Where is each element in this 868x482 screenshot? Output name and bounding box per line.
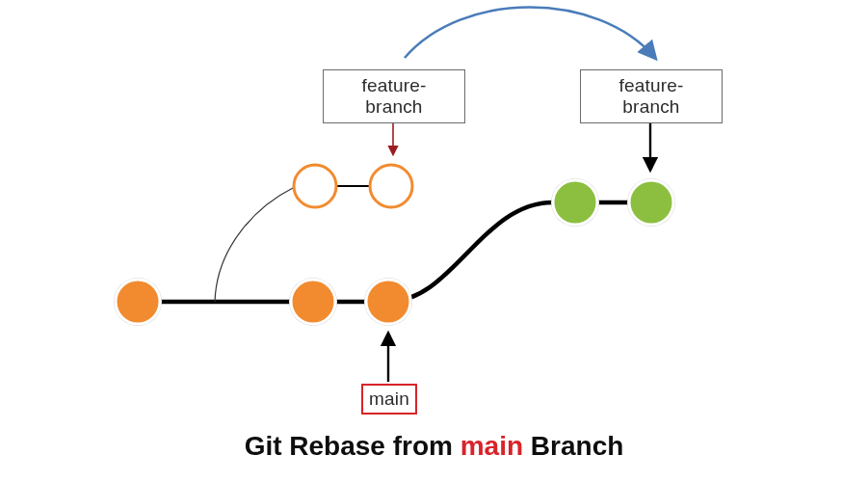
rebase-connection-line	[388, 202, 553, 302]
new-feature-label: feature-branch	[580, 69, 723, 123]
caption-highlight: main	[460, 431, 523, 461]
old-feature-branchoff	[215, 188, 293, 302]
caption-post: Branch	[523, 431, 623, 461]
svg-point-11	[629, 180, 673, 225]
svg-point-5	[366, 280, 410, 324]
svg-point-1	[116, 280, 160, 324]
svg-point-9	[553, 180, 597, 225]
svg-point-6	[294, 165, 336, 207]
diagram-stage: feature-branch feature-branch main Git R…	[0, 0, 868, 482]
svg-point-3	[291, 280, 335, 324]
old-feature-label: feature-branch	[323, 69, 465, 123]
diagram-caption: Git Rebase from main Branch	[0, 431, 868, 462]
main-label: main	[361, 384, 417, 415]
svg-point-7	[370, 165, 412, 207]
caption-pre: Git Rebase from	[245, 431, 460, 461]
rebase-arc	[405, 8, 655, 59]
